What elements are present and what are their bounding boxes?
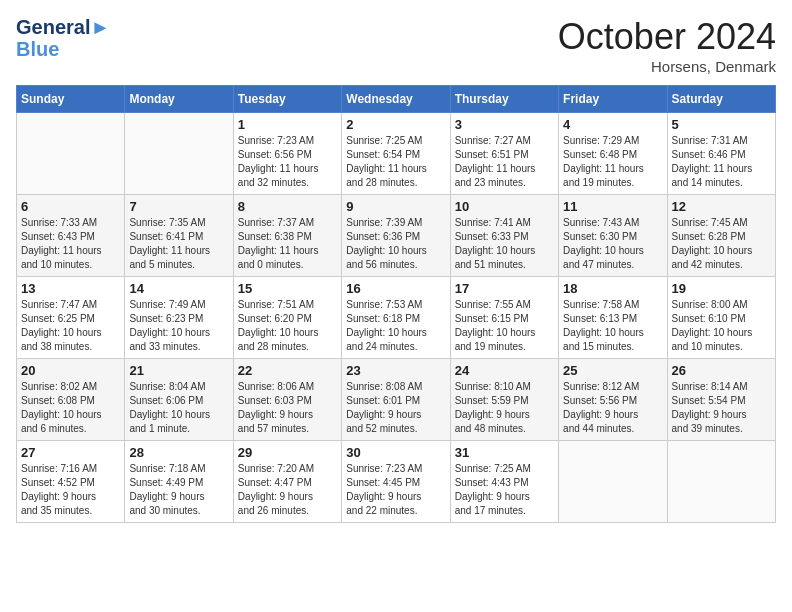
day-number: 27	[21, 445, 120, 460]
day-info: Sunrise: 7:55 AMSunset: 6:15 PMDaylight:…	[455, 298, 554, 354]
day-number: 11	[563, 199, 662, 214]
day-info: Sunrise: 7:20 AMSunset: 4:47 PMDaylight:…	[238, 462, 337, 518]
day-info: Sunrise: 7:49 AMSunset: 6:23 PMDaylight:…	[129, 298, 228, 354]
day-cell: 10Sunrise: 7:41 AMSunset: 6:33 PMDayligh…	[450, 195, 558, 277]
day-number: 4	[563, 117, 662, 132]
day-cell: 29Sunrise: 7:20 AMSunset: 4:47 PMDayligh…	[233, 441, 341, 523]
day-cell: 4Sunrise: 7:29 AMSunset: 6:48 PMDaylight…	[559, 113, 667, 195]
week-row-1: 1Sunrise: 7:23 AMSunset: 6:56 PMDaylight…	[17, 113, 776, 195]
day-info: Sunrise: 7:18 AMSunset: 4:49 PMDaylight:…	[129, 462, 228, 518]
day-info: Sunrise: 7:58 AMSunset: 6:13 PMDaylight:…	[563, 298, 662, 354]
day-cell: 31Sunrise: 7:25 AMSunset: 4:43 PMDayligh…	[450, 441, 558, 523]
weekday-header-saturday: Saturday	[667, 86, 775, 113]
day-info: Sunrise: 7:51 AMSunset: 6:20 PMDaylight:…	[238, 298, 337, 354]
day-cell: 7Sunrise: 7:35 AMSunset: 6:41 PMDaylight…	[125, 195, 233, 277]
day-number: 9	[346, 199, 445, 214]
day-number: 13	[21, 281, 120, 296]
day-number: 31	[455, 445, 554, 460]
day-info: Sunrise: 7:43 AMSunset: 6:30 PMDaylight:…	[563, 216, 662, 272]
day-cell: 27Sunrise: 7:16 AMSunset: 4:52 PMDayligh…	[17, 441, 125, 523]
logo-text: General►	[16, 16, 110, 38]
day-info: Sunrise: 7:33 AMSunset: 6:43 PMDaylight:…	[21, 216, 120, 272]
day-info: Sunrise: 8:00 AMSunset: 6:10 PMDaylight:…	[672, 298, 771, 354]
day-number: 8	[238, 199, 337, 214]
day-cell: 15Sunrise: 7:51 AMSunset: 6:20 PMDayligh…	[233, 277, 341, 359]
day-cell: 22Sunrise: 8:06 AMSunset: 6:03 PMDayligh…	[233, 359, 341, 441]
day-cell: 3Sunrise: 7:27 AMSunset: 6:51 PMDaylight…	[450, 113, 558, 195]
day-info: Sunrise: 7:29 AMSunset: 6:48 PMDaylight:…	[563, 134, 662, 190]
day-number: 28	[129, 445, 228, 460]
day-info: Sunrise: 8:02 AMSunset: 6:08 PMDaylight:…	[21, 380, 120, 436]
day-info: Sunrise: 7:23 AMSunset: 4:45 PMDaylight:…	[346, 462, 445, 518]
day-cell: 30Sunrise: 7:23 AMSunset: 4:45 PMDayligh…	[342, 441, 450, 523]
week-row-5: 27Sunrise: 7:16 AMSunset: 4:52 PMDayligh…	[17, 441, 776, 523]
weekday-header-friday: Friday	[559, 86, 667, 113]
day-number: 7	[129, 199, 228, 214]
day-number: 14	[129, 281, 228, 296]
day-number: 23	[346, 363, 445, 378]
day-number: 29	[238, 445, 337, 460]
weekday-header-monday: Monday	[125, 86, 233, 113]
day-number: 5	[672, 117, 771, 132]
day-info: Sunrise: 8:14 AMSunset: 5:54 PMDaylight:…	[672, 380, 771, 436]
day-cell	[125, 113, 233, 195]
day-number: 2	[346, 117, 445, 132]
week-row-2: 6Sunrise: 7:33 AMSunset: 6:43 PMDaylight…	[17, 195, 776, 277]
logo: General► Blue	[16, 16, 110, 60]
day-info: Sunrise: 7:31 AMSunset: 6:46 PMDaylight:…	[672, 134, 771, 190]
day-info: Sunrise: 7:37 AMSunset: 6:38 PMDaylight:…	[238, 216, 337, 272]
day-info: Sunrise: 8:10 AMSunset: 5:59 PMDaylight:…	[455, 380, 554, 436]
day-cell: 6Sunrise: 7:33 AMSunset: 6:43 PMDaylight…	[17, 195, 125, 277]
day-cell: 24Sunrise: 8:10 AMSunset: 5:59 PMDayligh…	[450, 359, 558, 441]
day-info: Sunrise: 7:53 AMSunset: 6:18 PMDaylight:…	[346, 298, 445, 354]
day-info: Sunrise: 7:16 AMSunset: 4:52 PMDaylight:…	[21, 462, 120, 518]
day-cell: 8Sunrise: 7:37 AMSunset: 6:38 PMDaylight…	[233, 195, 341, 277]
day-cell: 12Sunrise: 7:45 AMSunset: 6:28 PMDayligh…	[667, 195, 775, 277]
title-block: October 2024 Horsens, Denmark	[558, 16, 776, 75]
day-info: Sunrise: 7:41 AMSunset: 6:33 PMDaylight:…	[455, 216, 554, 272]
month-title: October 2024	[558, 16, 776, 58]
day-info: Sunrise: 8:12 AMSunset: 5:56 PMDaylight:…	[563, 380, 662, 436]
day-cell: 21Sunrise: 8:04 AMSunset: 6:06 PMDayligh…	[125, 359, 233, 441]
day-info: Sunrise: 7:45 AMSunset: 6:28 PMDaylight:…	[672, 216, 771, 272]
day-cell: 20Sunrise: 8:02 AMSunset: 6:08 PMDayligh…	[17, 359, 125, 441]
day-number: 20	[21, 363, 120, 378]
weekday-header-thursday: Thursday	[450, 86, 558, 113]
day-number: 15	[238, 281, 337, 296]
day-info: Sunrise: 7:25 AMSunset: 6:54 PMDaylight:…	[346, 134, 445, 190]
day-cell: 16Sunrise: 7:53 AMSunset: 6:18 PMDayligh…	[342, 277, 450, 359]
day-number: 16	[346, 281, 445, 296]
day-cell: 11Sunrise: 7:43 AMSunset: 6:30 PMDayligh…	[559, 195, 667, 277]
day-number: 6	[21, 199, 120, 214]
day-cell: 25Sunrise: 8:12 AMSunset: 5:56 PMDayligh…	[559, 359, 667, 441]
day-info: Sunrise: 7:39 AMSunset: 6:36 PMDaylight:…	[346, 216, 445, 272]
day-number: 3	[455, 117, 554, 132]
page-header: General► Blue October 2024 Horsens, Denm…	[16, 16, 776, 75]
day-cell: 2Sunrise: 7:25 AMSunset: 6:54 PMDaylight…	[342, 113, 450, 195]
day-cell: 23Sunrise: 8:08 AMSunset: 6:01 PMDayligh…	[342, 359, 450, 441]
day-cell: 26Sunrise: 8:14 AMSunset: 5:54 PMDayligh…	[667, 359, 775, 441]
day-number: 1	[238, 117, 337, 132]
week-row-4: 20Sunrise: 8:02 AMSunset: 6:08 PMDayligh…	[17, 359, 776, 441]
day-cell: 17Sunrise: 7:55 AMSunset: 6:15 PMDayligh…	[450, 277, 558, 359]
day-number: 17	[455, 281, 554, 296]
weekday-header-sunday: Sunday	[17, 86, 125, 113]
day-info: Sunrise: 7:47 AMSunset: 6:25 PMDaylight:…	[21, 298, 120, 354]
logo-line2: Blue	[16, 38, 110, 60]
day-info: Sunrise: 7:27 AMSunset: 6:51 PMDaylight:…	[455, 134, 554, 190]
day-info: Sunrise: 7:25 AMSunset: 4:43 PMDaylight:…	[455, 462, 554, 518]
day-cell: 18Sunrise: 7:58 AMSunset: 6:13 PMDayligh…	[559, 277, 667, 359]
day-number: 26	[672, 363, 771, 378]
day-info: Sunrise: 8:04 AMSunset: 6:06 PMDaylight:…	[129, 380, 228, 436]
weekday-header-wednesday: Wednesday	[342, 86, 450, 113]
day-number: 25	[563, 363, 662, 378]
day-cell: 19Sunrise: 8:00 AMSunset: 6:10 PMDayligh…	[667, 277, 775, 359]
day-cell: 9Sunrise: 7:39 AMSunset: 6:36 PMDaylight…	[342, 195, 450, 277]
day-cell: 5Sunrise: 7:31 AMSunset: 6:46 PMDaylight…	[667, 113, 775, 195]
day-info: Sunrise: 7:23 AMSunset: 6:56 PMDaylight:…	[238, 134, 337, 190]
day-cell	[667, 441, 775, 523]
day-cell: 1Sunrise: 7:23 AMSunset: 6:56 PMDaylight…	[233, 113, 341, 195]
calendar-table: SundayMondayTuesdayWednesdayThursdayFrid…	[16, 85, 776, 523]
day-info: Sunrise: 8:08 AMSunset: 6:01 PMDaylight:…	[346, 380, 445, 436]
day-number: 10	[455, 199, 554, 214]
